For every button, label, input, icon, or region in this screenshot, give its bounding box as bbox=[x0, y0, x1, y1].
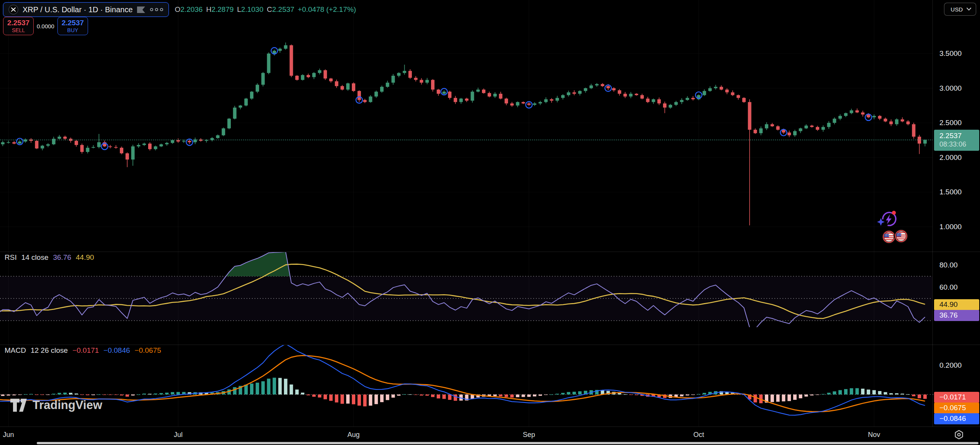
symbol-title: XRP / U.S. Dollar · 1D · Binance bbox=[23, 5, 133, 14]
macd-line-badge: −0.0846 bbox=[934, 413, 979, 424]
open-label: O bbox=[175, 5, 181, 13]
chart-event-icons bbox=[874, 207, 916, 246]
last-price-badge: 2.2537 08:33:06 bbox=[934, 130, 979, 151]
macd-signal-badge: −0.0675 bbox=[934, 403, 979, 414]
us-flag-event-icon[interactable] bbox=[882, 229, 908, 244]
price-axis-label: 1.0000 bbox=[939, 223, 962, 231]
low-value: 2.1030 bbox=[241, 5, 263, 13]
macd-signal-line bbox=[0, 355, 925, 412]
price-axis-label: 1.5000 bbox=[939, 188, 962, 196]
price-axis-label: 2.5000 bbox=[939, 119, 962, 127]
high-label: H bbox=[206, 5, 211, 13]
currency-value: USD bbox=[951, 6, 963, 13]
lightning-event-icon[interactable] bbox=[877, 211, 896, 226]
spread-value: 0.0000 bbox=[34, 23, 57, 29]
open-value: 2.2036 bbox=[180, 5, 203, 13]
rsi-value: 36.76 bbox=[53, 253, 71, 262]
time-axis-month-label: Oct bbox=[693, 431, 704, 439]
tradingview-watermark-text: TradingView bbox=[33, 398, 102, 412]
ohlc-row: O2.2036 H2.2879 L2.1030 C2.2537 +0.0478 … bbox=[175, 5, 356, 14]
last-price-value: 2.2537 bbox=[939, 131, 979, 140]
bar-countdown: 08:33:06 bbox=[939, 140, 979, 149]
tradingview-watermark: TradingView bbox=[10, 398, 102, 412]
price-axis-label: 3.5000 bbox=[939, 49, 962, 58]
chart-canvas[interactable] bbox=[0, 0, 980, 445]
close-label: C bbox=[267, 5, 272, 13]
time-axis-month-label: Sep bbox=[523, 431, 535, 439]
low-label: L bbox=[237, 5, 241, 13]
buy-label: BUY bbox=[67, 27, 78, 33]
macd-params: 12 26 close bbox=[31, 346, 68, 355]
rsi-ma-badge: 44.90 bbox=[934, 299, 979, 310]
macd-hist-badge: −0.0171 bbox=[934, 392, 979, 403]
chevron-down-icon bbox=[967, 8, 971, 11]
macd-axis-label: 0.2000 bbox=[939, 361, 962, 370]
horizontal-scrollbar[interactable] bbox=[37, 442, 978, 444]
buy-price: 2.2537 bbox=[62, 19, 84, 27]
more-options-icon[interactable] bbox=[150, 8, 163, 11]
sell-price: 2.2537 bbox=[7, 19, 29, 27]
watchlist-flag-icon[interactable] bbox=[137, 7, 145, 13]
rsi-title: RSI bbox=[5, 253, 17, 262]
currency-selector[interactable]: USD bbox=[944, 3, 976, 16]
buy-button[interactable]: 2.2537 BUY bbox=[57, 17, 88, 35]
close-value: 2.2537 bbox=[272, 5, 294, 13]
time-axis-month-label: Jul bbox=[174, 431, 183, 439]
rsi-value-badge: 36.76 bbox=[934, 310, 979, 321]
rsi-header[interactable]: RSI 14 close 36.76 44.90 bbox=[5, 253, 94, 262]
xrp-logo-icon bbox=[8, 5, 18, 15]
macd-hist-value: −0.0171 bbox=[72, 346, 99, 355]
high-value: 2.2879 bbox=[211, 5, 234, 13]
time-axis-month-label: Nov bbox=[868, 431, 880, 439]
sell-label: SELL bbox=[12, 27, 25, 33]
chart-window: XRP / U.S. Dollar · 1D · Binance O2.2036… bbox=[0, 0, 980, 445]
price-axis-label: 3.0000 bbox=[939, 84, 962, 93]
macd-signal-value: −0.0675 bbox=[135, 346, 161, 355]
candles bbox=[0, 42, 927, 225]
rsi-ma-value: 44.90 bbox=[76, 253, 94, 262]
rsi-overbought-fill bbox=[226, 252, 290, 276]
rsi-axis-label: 80.00 bbox=[939, 261, 958, 269]
macd-line-value: −0.0846 bbox=[103, 346, 130, 355]
time-axis-month-label: Aug bbox=[348, 431, 360, 439]
price-axis-label: 2.0000 bbox=[939, 153, 962, 162]
time-axis-month-label: Jun bbox=[3, 431, 14, 439]
symbol-legend: XRP / U.S. Dollar · 1D · Binance O2.2036… bbox=[3, 2, 356, 17]
symbol-pill[interactable]: XRP / U.S. Dollar · 1D · Binance bbox=[3, 2, 169, 17]
sell-button[interactable]: 2.2537 SELL bbox=[3, 17, 34, 35]
rsi-axis-label: 60.00 bbox=[939, 283, 958, 292]
change-value: +0.0478 (+2.17%) bbox=[298, 5, 356, 14]
macd-header[interactable]: MACD 12 26 close −0.0171 −0.0846 −0.0675 bbox=[5, 346, 161, 355]
macd-title: MACD bbox=[5, 346, 26, 355]
rsi-params: 14 close bbox=[21, 253, 49, 262]
month-gridlines bbox=[8, 0, 874, 427]
order-panel: 2.2537 SELL 0.0000 2.2537 BUY bbox=[3, 17, 88, 35]
tradingview-logo-icon bbox=[10, 398, 28, 412]
time-axis-settings-gear-icon[interactable] bbox=[953, 429, 965, 441]
